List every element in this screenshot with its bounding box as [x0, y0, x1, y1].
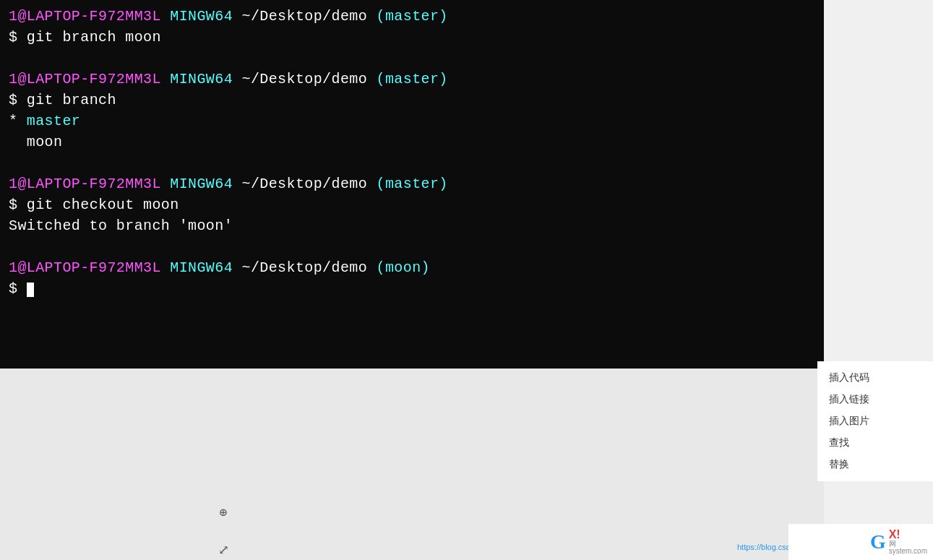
branch-master: master [27, 113, 80, 129]
sidebar-item-insert-link[interactable]: 插入链接 [817, 389, 933, 410]
crosshair-icon[interactable]: ⊕ [213, 502, 233, 522]
prompt-branch-4: (moon) [377, 259, 430, 276]
prompt-mingw-3: MINGW64 [170, 176, 233, 192]
prompt-branch-3: (master) [377, 176, 448, 192]
resize-icon[interactable]: ⤢ [213, 540, 233, 560]
terminal-prompt-2: 1@LAPTOP-F972MM3L MINGW64 ~/Desktop/demo… [9, 69, 815, 90]
prompt-path-3: ~/Desktop/demo [241, 176, 367, 192]
sidebar-menu: 插入代码 插入链接 插入图片 查找 替换 [817, 361, 933, 481]
blank-1 [9, 48, 815, 69]
terminal-cmd-1: $ git branch moon [9, 27, 815, 48]
terminal-prompt-3: 1@LAPTOP-F972MM3L MINGW64 ~/Desktop/demo… [9, 173, 815, 194]
branch-active-line: * master [9, 111, 815, 132]
logo-g: G [870, 530, 886, 553]
prompt-path-1: ~/Desktop/demo [241, 8, 367, 25]
prompt-branch-1: (master) [377, 8, 448, 25]
terminal-cmd-3: $ git checkout moon [9, 194, 815, 215]
terminal-cursor [27, 283, 34, 297]
prompt-mingw-2: MINGW64 [170, 71, 233, 87]
terminal-prompt-4: 1@LAPTOP-F972MM3L MINGW64 ~/Desktop/demo… [9, 257, 815, 278]
logo-net: 网system.com [889, 540, 927, 555]
prompt-mingw-1: MINGW64 [170, 8, 233, 25]
sidebar-item-replace[interactable]: 替换 [817, 454, 933, 475]
prompt-mingw-4: MINGW64 [170, 259, 233, 276]
branch-moon-inactive: moon [9, 134, 62, 150]
prompt-user-1: 1@LAPTOP-F972MM3L [9, 8, 161, 25]
logo-xi: X! [889, 529, 900, 540]
logo-area: G X! 网system.com [788, 524, 933, 560]
prompt-path-4: ~/Desktop/demo [241, 259, 367, 276]
prompt-user-2: 1@LAPTOP-F972MM3L [9, 71, 161, 87]
bottom-area [0, 369, 824, 560]
sidebar-item-insert-image[interactable]: 插入图片 [817, 410, 933, 432]
terminal-prompt-1: 1@LAPTOP-F972MM3L MINGW64 ~/Desktop/demo… [9, 6, 815, 27]
prompt-user-4: 1@LAPTOP-F972MM3L [9, 259, 161, 276]
blank-2 [9, 152, 815, 173]
terminal-cmd-2: $ git branch [9, 90, 815, 111]
terminal-window: 1@LAPTOP-F972MM3L MINGW64 ~/Desktop/demo… [0, 0, 824, 369]
terminal-cursor-line[interactable]: $ [9, 278, 815, 299]
prompt-user-3: 1@LAPTOP-F972MM3L [9, 176, 161, 192]
prompt-branch-2: (master) [377, 71, 448, 87]
toolbar-icons: ⊕ ⤢ [213, 502, 233, 560]
terminal-output-1: Switched to branch 'moon' [9, 215, 815, 236]
branch-inactive-line: moon [9, 132, 815, 152]
sidebar-item-insert-code[interactable]: 插入代码 [817, 367, 933, 389]
blank-3 [9, 236, 815, 257]
sidebar-item-find[interactable]: 查找 [817, 432, 933, 454]
prompt-path-2: ~/Desktop/demo [241, 71, 367, 87]
